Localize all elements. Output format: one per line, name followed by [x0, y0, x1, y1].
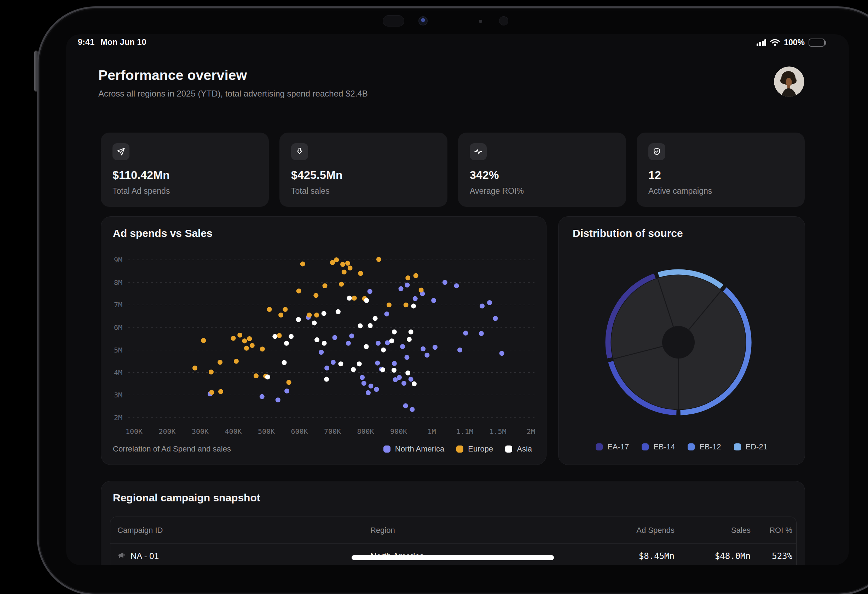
data-point [424, 353, 430, 358]
data-point [260, 346, 265, 351]
data-point [373, 316, 378, 321]
table-panel: Regional campaign snapshot Campaign IDRe… [101, 481, 805, 565]
data-point [360, 375, 365, 380]
data-point [376, 341, 381, 346]
data-point [332, 335, 337, 340]
stat-value: 12 [648, 169, 661, 182]
legend-item-eb-14[interactable]: EB-14 [642, 442, 675, 451]
legend-item-ed-21[interactable]: ED-21 [734, 442, 768, 451]
data-point [234, 359, 239, 364]
x-axis-tick: 800K [357, 427, 374, 436]
legend-item-asia[interactable]: Asia [505, 444, 532, 454]
donut-center-hole [662, 326, 695, 358]
data-point [340, 262, 345, 267]
table-header-row: Campaign IDRegionAd SpendsSalesROI % [110, 517, 796, 544]
data-point [413, 273, 418, 278]
legend-swatch [688, 444, 695, 451]
megaphone-icon [117, 551, 125, 561]
data-point [217, 360, 223, 365]
data-point [231, 336, 236, 341]
data-point [250, 343, 255, 348]
avatar[interactable] [774, 66, 805, 97]
data-point [399, 286, 404, 291]
column-header-region: Region [371, 526, 535, 535]
data-point [336, 310, 341, 314]
data-point [487, 300, 492, 305]
data-point [404, 302, 409, 307]
data-point [357, 361, 362, 366]
stat-cards-row: $110.42MnTotal Ad spends$425.5MnTotal sa… [101, 133, 805, 207]
home-indicator[interactable] [351, 555, 554, 560]
stat-label: Average ROI% [470, 186, 524, 196]
legend-label: Asia [517, 444, 532, 454]
x-axis-tick: 900K [390, 427, 407, 436]
data-point [351, 367, 356, 372]
data-point [402, 381, 406, 386]
x-axis-tick: 1.1M [456, 427, 473, 436]
data-point [286, 380, 291, 385]
data-point [376, 257, 381, 262]
data-point [405, 370, 410, 376]
legend-item-europe[interactable]: Europe [456, 444, 493, 454]
status-date: Mon Jun 10 [100, 37, 146, 47]
data-point [349, 333, 354, 338]
data-point [319, 350, 324, 355]
shield-check-icon [648, 143, 665, 160]
x-axis-tick: 1.5M [489, 427, 506, 436]
data-point [409, 330, 413, 335]
data-point [480, 304, 484, 309]
data-point [358, 271, 363, 276]
data-point [407, 337, 412, 342]
data-point [313, 293, 318, 298]
y-axis-tick: 6M [114, 323, 123, 332]
data-point [413, 296, 418, 301]
legend-item-north-america[interactable]: North America [384, 444, 444, 454]
data-point [345, 261, 350, 266]
data-point [380, 367, 385, 372]
scatter-legend: North AmericaEuropeAsia [384, 444, 532, 454]
cellular-signal-icon [757, 39, 766, 46]
data-point [366, 391, 371, 395]
data-point [192, 366, 197, 370]
data-point [405, 276, 410, 280]
data-point [307, 312, 312, 317]
pulse-icon [470, 143, 487, 160]
stat-card-1: $110.42MnTotal Ad spends [101, 133, 269, 207]
data-point [284, 341, 289, 346]
data-point [375, 361, 380, 366]
data-point [209, 370, 214, 374]
data-point [244, 346, 249, 351]
roi: 523% [751, 551, 792, 561]
legend-item-eb-12[interactable]: EB-12 [688, 442, 721, 451]
table-row[interactable]: NA - 01North America$8.45Mn$48.0Mn523% [110, 544, 796, 565]
data-point [431, 298, 436, 303]
x-axis-tick: 100K [125, 427, 143, 436]
legend-swatch [505, 445, 512, 453]
data-point [368, 289, 372, 294]
legend-item-ea-17[interactable]: EA-17 [596, 442, 629, 451]
data-point [389, 338, 394, 343]
data-point [322, 341, 327, 346]
camera-sensor-dot [479, 20, 482, 23]
data-point [277, 333, 282, 338]
data-point [267, 307, 272, 312]
y-axis-tick: 9M [114, 256, 123, 264]
x-axis-tick: 300K [192, 427, 209, 436]
donut-legend: EA-17EB-14EB-12ED-21 [558, 442, 805, 451]
screen: 9:41 Mon Jun 10 100% Performance overvie… [66, 34, 849, 565]
legend-label: North America [395, 444, 444, 454]
data-point [347, 296, 352, 301]
legend-label: EA-17 [607, 442, 629, 451]
donut-chart [558, 217, 805, 465]
send-icon [112, 143, 130, 160]
y-axis-tick: 8M [114, 278, 123, 287]
data-point [352, 296, 357, 301]
battery-icon [809, 38, 825, 47]
stat-value: $110.42Mn [112, 169, 170, 182]
data-point [242, 338, 247, 343]
data-point [324, 377, 329, 382]
data-point [368, 323, 373, 328]
legend-label: EB-12 [699, 442, 721, 451]
data-point [493, 316, 498, 321]
data-point [342, 270, 347, 274]
